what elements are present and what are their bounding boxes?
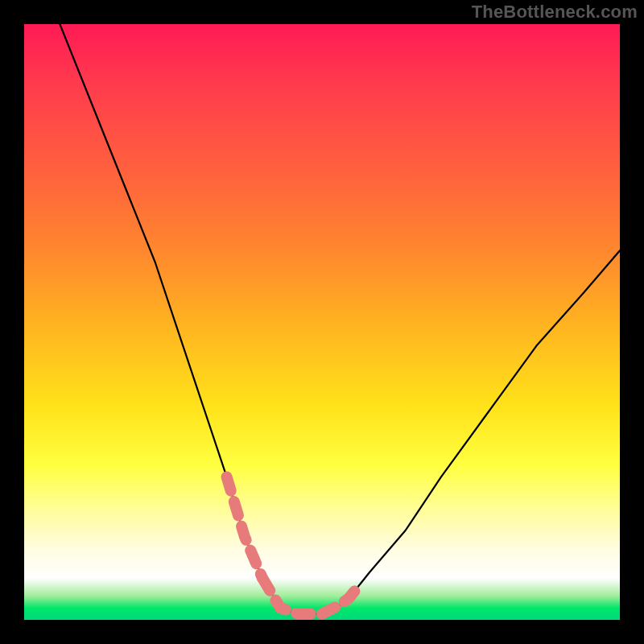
watermark-text: TheBottleneck.com — [472, 2, 638, 23]
plot-area — [24, 24, 620, 620]
chart-frame: TheBottleneck.com — [0, 0, 644, 644]
gradient-background — [24, 24, 620, 620]
